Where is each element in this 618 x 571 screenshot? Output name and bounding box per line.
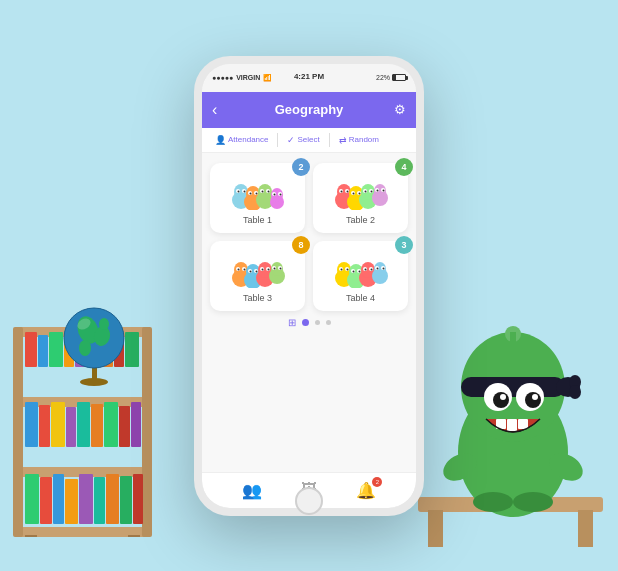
svg-rect-8 xyxy=(25,332,37,367)
svg-rect-9 xyxy=(38,335,48,367)
svg-point-72 xyxy=(237,190,239,192)
page-dot-3[interactable] xyxy=(326,320,331,325)
svg-point-84 xyxy=(261,190,263,192)
nav-students-button[interactable]: 👥 xyxy=(242,481,262,500)
tab-random-label: Random xyxy=(349,135,379,144)
svg-point-91 xyxy=(279,193,281,195)
tab-select-label: Select xyxy=(297,135,319,144)
svg-rect-60 xyxy=(507,419,517,431)
tab-divider-2 xyxy=(329,133,330,147)
tab-attendance[interactable]: 👤 Attendance xyxy=(210,132,273,148)
svg-rect-33 xyxy=(120,476,132,524)
tab-attendance-label: Attendance xyxy=(228,135,268,144)
back-button[interactable]: ‹ xyxy=(212,101,217,119)
svg-rect-34 xyxy=(133,474,143,524)
svg-point-108 xyxy=(364,190,366,192)
svg-point-79 xyxy=(255,192,257,194)
table-2-avatar xyxy=(334,171,388,211)
svg-rect-26 xyxy=(25,474,39,524)
svg-rect-30 xyxy=(79,474,93,524)
table-card-1[interactable]: 2 xyxy=(210,163,305,233)
svg-point-57 xyxy=(500,394,506,400)
table-4-avatar xyxy=(334,249,388,289)
svg-rect-19 xyxy=(51,402,65,447)
tab-random[interactable]: ⇄ Random xyxy=(334,132,384,148)
table-2-badge: 4 xyxy=(395,158,413,176)
svg-point-55 xyxy=(493,392,509,408)
nav-bell-button[interactable]: 🔔 2 xyxy=(356,481,376,500)
table-card-3[interactable]: 8 xyxy=(210,241,305,311)
home-button[interactable] xyxy=(295,487,323,515)
svg-rect-29 xyxy=(65,479,78,524)
svg-rect-24 xyxy=(119,406,130,447)
svg-point-121 xyxy=(243,268,245,270)
svg-point-90 xyxy=(273,193,275,195)
svg-rect-18 xyxy=(39,405,50,447)
svg-rect-20 xyxy=(66,407,76,447)
wifi-icon: 📶 xyxy=(263,74,272,82)
table-2-label: Table 2 xyxy=(346,215,375,225)
svg-rect-21 xyxy=(77,402,90,447)
table-card-2[interactable]: 4 xyxy=(313,163,408,233)
svg-point-81 xyxy=(258,184,272,200)
svg-rect-6 xyxy=(25,535,37,537)
svg-rect-7 xyxy=(128,535,140,537)
tab-bar: 👤 Attendance ✓ Select ⇄ Random xyxy=(202,128,416,153)
svg-rect-27 xyxy=(40,477,52,524)
app-header: ‹ Geography ⚙ xyxy=(202,92,416,128)
tables-grid: 2 xyxy=(210,163,408,311)
svg-rect-28 xyxy=(53,474,64,524)
svg-rect-46 xyxy=(578,510,593,547)
svg-rect-5 xyxy=(142,327,152,537)
svg-point-162 xyxy=(376,267,378,269)
status-bar: ●●●●● VIRGIN 📶 4:21 PM 22% xyxy=(202,64,416,92)
phone-frame: ●●●●● VIRGIN 📶 4:21 PM 22% ‹ Geography ⚙… xyxy=(194,56,424,516)
svg-point-96 xyxy=(340,190,342,192)
svg-point-102 xyxy=(352,192,354,194)
globe-decoration xyxy=(60,302,130,396)
svg-point-138 xyxy=(273,267,275,269)
svg-point-163 xyxy=(382,267,384,269)
svg-point-115 xyxy=(382,189,384,191)
table-3-avatar xyxy=(231,249,285,289)
carrier-info: ●●●●● VIRGIN 📶 xyxy=(212,74,272,82)
svg-point-67 xyxy=(513,492,553,512)
svg-point-127 xyxy=(255,270,257,272)
tab-select[interactable]: ✓ Select xyxy=(282,132,324,148)
svg-point-66 xyxy=(473,492,513,512)
carrier-name: VIRGIN xyxy=(236,74,260,81)
status-time: 4:21 PM xyxy=(294,72,324,81)
table-1-label: Table 1 xyxy=(243,215,272,225)
svg-point-114 xyxy=(376,189,378,191)
svg-point-97 xyxy=(346,190,348,192)
svg-point-40 xyxy=(79,340,91,356)
page-dot-1[interactable] xyxy=(302,319,309,326)
table-3-label: Table 3 xyxy=(243,293,272,303)
svg-point-78 xyxy=(249,192,251,194)
battery-info: 22% xyxy=(376,74,406,81)
svg-point-73 xyxy=(243,190,245,192)
svg-point-157 xyxy=(370,268,372,270)
table-1-avatar xyxy=(231,171,285,211)
table-1-badge: 2 xyxy=(292,158,310,176)
svg-rect-23 xyxy=(104,402,118,447)
page-indicators: ⊞ xyxy=(210,311,408,334)
svg-point-56 xyxy=(525,392,541,408)
table-4-label: Table 4 xyxy=(346,293,375,303)
svg-rect-45 xyxy=(428,510,443,547)
svg-point-156 xyxy=(364,268,366,270)
attendance-icon: 👤 xyxy=(215,135,226,145)
svg-rect-31 xyxy=(94,477,105,524)
grid-view-icon[interactable]: ⊞ xyxy=(288,317,296,328)
page-title: Geography xyxy=(275,102,344,117)
page-dot-2[interactable] xyxy=(315,320,320,325)
table-card-4[interactable]: 3 xyxy=(313,241,408,311)
settings-button[interactable]: ⚙ xyxy=(394,102,406,117)
svg-point-103 xyxy=(358,192,360,194)
svg-rect-63 xyxy=(510,332,516,346)
svg-point-145 xyxy=(346,268,348,270)
svg-point-126 xyxy=(249,270,251,272)
svg-point-151 xyxy=(358,270,360,272)
bell-badge: 2 xyxy=(372,477,382,487)
table-4-badge: 3 xyxy=(395,236,413,254)
